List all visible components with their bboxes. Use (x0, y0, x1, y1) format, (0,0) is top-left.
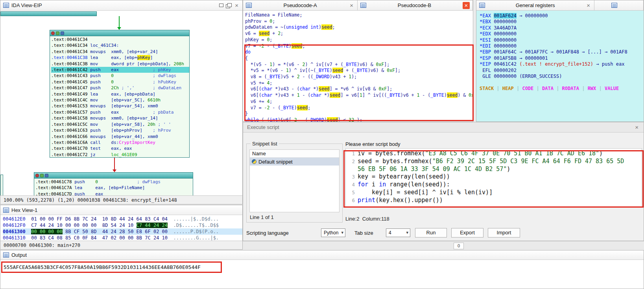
script-line[interactable]: 1iv = bytes.fromhex("E3 A8 C5 C6 4F 37 0… (348, 150, 642, 158)
tab-pseudocode-a[interactable]: Pseudocode-A × (243, 0, 358, 11)
pseudocode-line[interactable]: v6[(char *)v43 - (char *)seed] = *v6 ^ i… (245, 86, 473, 92)
hex-row[interactable]: 004612E0 01 00 00 FF D6 8B 7C 24 10 8D 4… (3, 216, 242, 222)
close-icon[interactable]: × (634, 124, 640, 130)
pseudocode-line[interactable]: while ( (int)&v6[-2 - (_DWORD)seed] < 32… (245, 117, 473, 121)
script-body-editor[interactable]: 1iv = bytes.fromhex("E3 A8 C5 C6 4F 37 0… (345, 148, 642, 207)
pseudocode-line[interactable]: v6 = seed + 2; (245, 31, 473, 37)
script-line[interactable]: 5 key[i] = seed[i] ^ iv[i % len(iv)] (348, 189, 642, 197)
script-line[interactable]: 2seed = bytes.fromhex("B6 F2 39 2C 15 5F… (348, 158, 642, 166)
asm-line[interactable]: .text:00461C34 loc_461C34: (51, 42, 189, 48)
script-line[interactable]: 6print(key.hex().upper()) (348, 197, 642, 204)
asm-line[interactable]: .text:00461C42 push eax ; phKey (51, 67, 189, 73)
scripting-language-select[interactable]: Python ▾ (321, 228, 345, 237)
snippet-row-default[interactable]: Default snippet (250, 158, 339, 166)
hex-view-titlebar[interactable]: Hex View-1 (0, 205, 242, 215)
asm-line[interactable]: .text:00461C45 push 0 ; hPubKey (51, 79, 189, 85)
asm-line[interactable]: .text:00461C7D push eax (35, 191, 193, 195)
asm-listing[interactable]: .text:00461C78 push 0 ; dwFlags.text:004… (34, 179, 193, 195)
asm-line[interactable]: .text:00461C49 lea eax, [ebp+pbData] (51, 91, 189, 97)
graph-node-461c78[interactable]: .text:00461C78 push 0 ; dwFlags.text:004… (34, 172, 193, 195)
float-window-icon[interactable] (226, 3, 231, 8)
asm-line[interactable]: .text:00461C5C mov [ebp+var_58], 20h ; '… (51, 121, 189, 127)
close-icon[interactable]: × (349, 2, 354, 8)
pseudocode-line[interactable]: *(v5 - 1) = *(v6 - 2) ^ iv[(v7 + (_BYTE)… (245, 62, 473, 68)
pseudocode-line[interactable]: v6[(char *)v43 + 1 - (char *)seed] = v6[… (245, 92, 473, 99)
hex-row[interactable]: 00461300 00 00 00 00 8B CF 50 8D 44 24 2… (3, 228, 242, 235)
snippet-table-header[interactable]: Name (250, 150, 339, 158)
asm-line[interactable]: .text:00461C70 test eax, eax (51, 145, 189, 151)
pseudocode-line[interactable]: FileNamea = FileName; (245, 12, 473, 18)
register-row[interactable]: *EBX 00000000 (480, 19, 644, 25)
import-button[interactable]: Import (488, 228, 520, 237)
asm-line[interactable]: .text:00461C78 push 0 ; dwFlags (35, 179, 193, 185)
register-row[interactable]: *ESP 001AF5B8 → 00000001 (480, 55, 644, 61)
register-row[interactable] (480, 79, 644, 85)
tab-pseudocode-b[interactable]: Pseudocode-B × (358, 0, 473, 11)
graph-node-loc-461c34[interactable]: .text:00461C34.text:00461C34 loc_461C34:… (50, 30, 190, 158)
asm-line[interactable]: .text:00461C43 push 0 ; dwFlags (51, 73, 189, 79)
register-row[interactable]: *ESI 00000000 (480, 37, 644, 43)
register-row[interactable]: *EBP 001AF64C → 001AF7FC → 001AF848 → [.… (480, 49, 644, 55)
close-icon[interactable]: × (463, 2, 470, 9)
pseudocode-line[interactable]: } (245, 111, 473, 117)
register-row[interactable]: *EDX 00000000 (480, 31, 644, 37)
hex-dump[interactable]: 004612E0 01 00 00 FF D6 8B 7C 24 10 8D 4… (0, 215, 242, 241)
pseudocode-line[interactable]: v5 += 4; (245, 80, 473, 87)
pseudocode-line[interactable]: phKey = 0; (245, 37, 473, 43)
hex-row[interactable]: 004612F0 C7 44 24 10 00 00 00 00 8D 54 2… (3, 222, 242, 228)
pseudocode-line[interactable]: v7 = -2 - (_BYTE)seed; (245, 105, 473, 111)
asm-line[interactable]: .text:00461C4C mov [ebp+var_5C], 6610h (51, 97, 189, 103)
asm-line[interactable]: .text:00461C53 movups [ebp+var_54], xmm0 (51, 103, 189, 109)
tab-size-select[interactable]: 4 ▾ (386, 228, 410, 237)
asm-line[interactable]: .text:00461C47 push 2Ch ; ',' ; dwDataLe… (51, 85, 189, 91)
asm-line[interactable]: .text:00461C34 movups xmm0, [ebp+var_24] (51, 49, 189, 55)
close-icon[interactable]: × (234, 2, 240, 8)
script-line[interactable]: 56 EB 5F 06 1A 33 3F 54 09 AC 1C 4D B2 5… (348, 166, 642, 173)
registers-view[interactable]: *EAX 001AF624 → 00000000*EBX 00000000*EC… (476, 11, 644, 121)
asm-line[interactable]: .text:00461C57 push eax ; pbData (51, 109, 189, 115)
scroll-indicator[interactable]: 0 (454, 243, 464, 249)
graph-node-header[interactable] (50, 30, 189, 36)
pseudocode-line[interactable]: pdwDataLen = ~(unsigned int)seed; (245, 24, 473, 31)
asm-listing[interactable]: .text:00461C34.text:00461C34 loc_461C34:… (50, 36, 189, 158)
asm-line[interactable]: .text:00461C58 movups xmm0, [ebp+var_14] (51, 115, 189, 121)
asm-line[interactable]: .text:00461C34 (51, 37, 189, 42)
export-button[interactable]: Export (451, 228, 483, 237)
script-line[interactable]: 4for i in range(len(seed)): (348, 181, 642, 189)
register-row[interactable]: *EAX 001AF624 → 00000000 (480, 13, 644, 19)
pseudocode-view[interactable]: FileNamea = FileName;phProv = 0;pdwDataL… (243, 11, 473, 121)
run-button[interactable]: Run (415, 228, 447, 237)
close-icon[interactable]: × (585, 2, 591, 8)
asm-line[interactable]: .text:00461C7A lea eax, [ebp+FileName] (35, 185, 193, 191)
tab-general-registers[interactable]: General registers × (476, 0, 594, 11)
asm-line[interactable]: .text:00461C66 movups [ebp+var_44], xmm0 (51, 134, 189, 140)
asm-line[interactable]: .text:00461C38 lea eax, [ebp+phKey] (51, 55, 189, 61)
output-text[interactable]: 555AFCEA5A6853B3CF4C057F8A50A19B86F5932D… (4, 264, 201, 271)
pseudocode-line[interactable]: phProv = 0; (245, 18, 473, 25)
asm-line[interactable]: .text:00461C72 jz loc_461E09 (51, 152, 189, 158)
asm-line[interactable]: .text:00461C6A call ds:CryptImportKey (51, 140, 189, 145)
ida-view-titlebar[interactable]: IDA View-EIP × (0, 0, 242, 11)
register-row[interactable]: *EIP 00461C42 (.text ! encrypt_file+152)… (480, 61, 644, 67)
restore-window-icon[interactable] (219, 4, 223, 7)
pseudocode-line[interactable]: v7 = -2 - (_BYTE)seed; (245, 43, 473, 50)
register-row[interactable]: EFL 00000202 (480, 68, 644, 74)
script-line[interactable]: 3key = bytearray(len(seed)) (348, 173, 642, 181)
output-titlebar[interactable]: Output (0, 250, 644, 260)
disassembly-graph[interactable]: .text:00461C34.text:00461C34 loc_461C34:… (0, 11, 242, 195)
tab-partial[interactable] (594, 0, 644, 11)
pseudocode-line[interactable]: v8 = (_BYTE)v5 + 2 - ((_DWORD)v43 + 1); (245, 74, 473, 80)
pseudocode-line[interactable]: *v5 = *(v6 - 1) ^ iv[(~(_BYTE)seed + (_B… (245, 68, 473, 74)
register-row[interactable]: STACK | HEAP | CODE | DATA | RODATA | RW… (480, 86, 644, 92)
hex-row[interactable]: 00461310 00 83 C4 08 85 C0 0F 84 47 02 0… (3, 235, 242, 241)
asm-line[interactable]: .text:00461C3B mov dword ptr [ebp+pbData… (51, 61, 189, 67)
register-row[interactable]: GLE 00000000 (ERROR_SUCCESS) (480, 74, 644, 79)
pseudocode-line[interactable]: v6 += 4; (245, 99, 473, 105)
register-row[interactable]: *EDI 00000000 (480, 43, 644, 49)
register-row[interactable]: *ECX 3A46AD7A (480, 25, 644, 31)
pseudocode-line[interactable]: do (245, 49, 473, 55)
asm-line[interactable]: .text:00461C63 push [ebp+phProv] ; hProv (51, 127, 189, 133)
dialog-titlebar[interactable]: Execute script × (243, 122, 644, 133)
snippet-table[interactable]: Name Default snippet (249, 149, 340, 212)
pseudocode-line[interactable]: { (245, 55, 473, 62)
